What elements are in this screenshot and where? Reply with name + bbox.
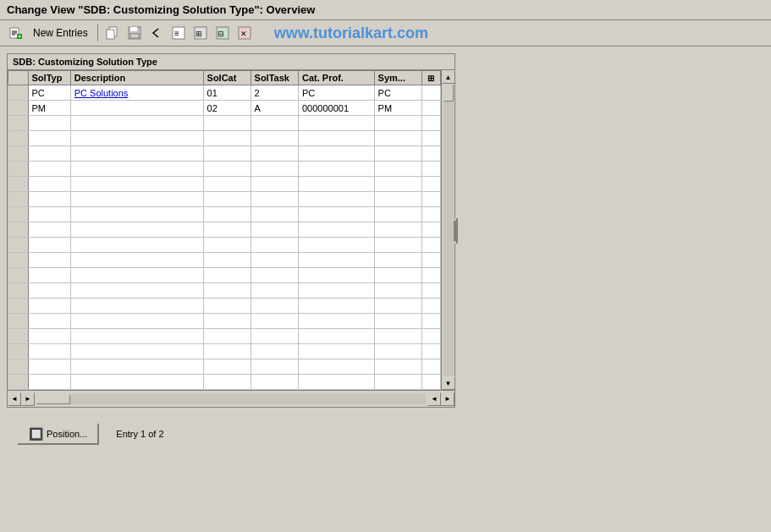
- empty-cell: [374, 253, 421, 268]
- empty-cell: [421, 146, 440, 162]
- empty-cell: [28, 222, 70, 238]
- cell-description[interactable]: PC Solutions: [70, 85, 203, 101]
- h-scroll-left2-button[interactable]: ◄: [427, 392, 441, 406]
- empty-cell: [298, 314, 374, 329]
- empty-cell: [28, 207, 70, 222]
- cell-solcat[interactable]: 02: [203, 101, 251, 116]
- empty-cell: [203, 222, 251, 238]
- empty-cell: [421, 207, 440, 222]
- svg-text:⊟: ⊟: [218, 30, 224, 38]
- new-entries-button[interactable]: New Entries: [29, 25, 92, 41]
- h-scroll-track: [36, 394, 426, 404]
- empty-row: [8, 344, 441, 359]
- cell-sym[interactable]: PC: [374, 85, 421, 101]
- delete-icon[interactable]: ✕: [235, 24, 254, 42]
- empty-cell: [251, 207, 298, 222]
- cell-soltyp[interactable]: PM: [28, 101, 70, 116]
- cell-cat_prof[interactable]: PC: [298, 85, 374, 101]
- empty-cell: [28, 116, 70, 131]
- empty-row: [8, 375, 441, 390]
- empty-cell: [374, 283, 421, 299]
- empty-cell: [298, 207, 374, 222]
- table-row[interactable]: PM02A000000001PM: [8, 101, 441, 116]
- empty-cell: [421, 359, 440, 375]
- table-row[interactable]: PCPC Solutions012PCPC: [8, 85, 441, 101]
- row-selector-cell[interactable]: [8, 85, 29, 101]
- empty-cell: [251, 192, 298, 207]
- svg-rect-10: [130, 27, 137, 31]
- cell-sym[interactable]: PM: [374, 101, 421, 116]
- watermark: www.tutorialkart.com: [274, 25, 428, 42]
- empty-cell: [8, 268, 29, 283]
- copy-icon[interactable]: [103, 24, 122, 42]
- empty-cell: [298, 299, 374, 314]
- save-icon[interactable]: [125, 24, 144, 42]
- back-icon[interactable]: [147, 24, 166, 42]
- empty-cell: [70, 375, 203, 390]
- cell-description[interactable]: [70, 101, 203, 116]
- empty-row: [8, 116, 441, 131]
- scroll-thumb[interactable]: [443, 85, 454, 101]
- cell-soltyp[interactable]: PC: [28, 85, 70, 101]
- col-header-sym: Sym...: [374, 71, 421, 85]
- empty-cell: [8, 359, 29, 375]
- copy3-icon[interactable]: ⊟: [213, 24, 232, 42]
- empty-cell: [203, 344, 251, 359]
- h-scroll-left-button[interactable]: ◄: [8, 392, 21, 406]
- empty-cell: [70, 116, 203, 131]
- column-resize-icon[interactable]: ⊞: [427, 74, 434, 83]
- position-button-label: Position...: [47, 429, 87, 439]
- scroll-up-button[interactable]: ▲: [442, 70, 455, 84]
- cell-soltask[interactable]: A: [251, 101, 298, 116]
- empty-cell: [298, 162, 374, 177]
- empty-cell: [28, 192, 70, 207]
- empty-cell: [298, 192, 374, 207]
- empty-cell: [8, 177, 29, 192]
- empty-cell: [298, 253, 374, 268]
- empty-cell: [28, 268, 70, 283]
- empty-cell: [70, 314, 203, 329]
- toolbar: New Entries ≡ ⊞: [0, 20, 771, 47]
- empty-cell: [251, 314, 298, 329]
- cell-cat_prof[interactable]: 000000001: [298, 101, 374, 116]
- empty-cell: [28, 238, 70, 253]
- footer: 🔲 Position... Entry 1 of 2: [0, 414, 771, 453]
- h-scroll-right-button[interactable]: ►: [21, 392, 35, 406]
- empty-cell: [251, 268, 298, 283]
- undo-icon[interactable]: ≡: [169, 24, 188, 42]
- svg-rect-8: [107, 30, 114, 39]
- empty-cell: [298, 177, 374, 192]
- row-selector-cell[interactable]: [8, 101, 29, 116]
- empty-cell: [298, 238, 374, 253]
- cell-description-link[interactable]: PC Solutions: [74, 88, 129, 98]
- empty-cell: [251, 359, 298, 375]
- empty-cell: [251, 344, 298, 359]
- empty-cell: [8, 299, 29, 314]
- empty-cell: [374, 162, 421, 177]
- scroll-down-button[interactable]: ▼: [442, 376, 455, 390]
- h-scroll-right2-button[interactable]: ►: [441, 392, 454, 406]
- empty-cell: [298, 283, 374, 299]
- empty-cell: [28, 299, 70, 314]
- panel-title: SDB: Customizing Solution Type: [8, 54, 454, 70]
- empty-cell: [203, 283, 251, 299]
- h-scroll-thumb[interactable]: [36, 394, 70, 404]
- cell-solcat[interactable]: 01: [203, 85, 251, 101]
- empty-cell: [298, 116, 374, 131]
- new-entries-icon[interactable]: [7, 24, 25, 42]
- empty-cell: [28, 283, 70, 299]
- empty-cell: [374, 207, 421, 222]
- position-button[interactable]: 🔲 Position...: [17, 423, 99, 445]
- empty-row: [8, 253, 441, 268]
- cell-soltask[interactable]: 2: [251, 85, 298, 101]
- copy2-icon[interactable]: ⊞: [191, 24, 210, 42]
- empty-cell: [203, 177, 251, 192]
- empty-cell: [70, 253, 203, 268]
- empty-cell: [28, 146, 70, 162]
- title-bar: Change View "SDB: Customizing Solution T…: [0, 0, 771, 20]
- empty-cell: [298, 268, 374, 283]
- empty-row: [8, 238, 441, 253]
- panel-resize-handle[interactable]: [454, 218, 458, 244]
- scroll-track: [443, 85, 454, 376]
- vertical-scrollbar[interactable]: ▲ ▼: [441, 70, 454, 390]
